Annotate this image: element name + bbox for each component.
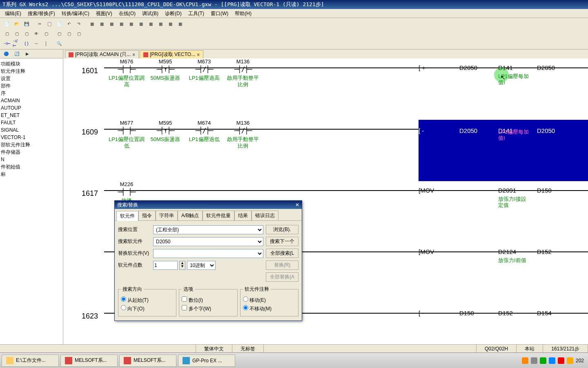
search-all-button[interactable]: 全部搜索(L	[266, 249, 298, 258]
taskbar-button[interactable]: E:\工作文件...	[2, 355, 59, 367]
sidebar-tb-icon[interactable]: ▶	[23, 50, 32, 58]
tb-icon[interactable]: ▢	[65, 29, 74, 38]
tb-contact-icon[interactable]: ⊣⊢	[2, 39, 11, 47]
tree-item[interactable]: 设置	[1, 75, 62, 82]
menu-item[interactable]: 帮助(H)	[232, 9, 255, 18]
tb-redo-icon[interactable]: ↷	[74, 20, 83, 28]
cmt-move[interactable]: 移动(E)	[243, 296, 296, 304]
browse-button[interactable]: 浏览(B).	[266, 225, 298, 234]
dialog-tab[interactable]: 指令	[138, 211, 156, 220]
tb-icon[interactable]: ─	[32, 39, 41, 47]
sidebar-tb-icon[interactable]: 🔵	[2, 50, 11, 58]
dialog-tab[interactable]: 软元件	[116, 211, 138, 221]
tree-item[interactable]: 功能模块	[1, 60, 62, 67]
tb-icon[interactable]: │	[42, 39, 51, 47]
tb-cut-icon[interactable]: ✂	[35, 20, 44, 28]
tb-icon[interactable]: ▢	[2, 29, 11, 38]
tree-item[interactable]: 软元件注释	[1, 67, 62, 75]
tb-coil-icon[interactable]: ( )	[22, 39, 31, 47]
opt-multi[interactable]: 多个字(W)	[182, 305, 234, 312]
tree-item[interactable]: ET_NET	[1, 112, 62, 119]
tree-item[interactable]: ACMAIN	[1, 97, 62, 104]
dialog-tab[interactable]: 字符串	[156, 211, 178, 220]
close-icon[interactable]: ✕	[295, 201, 299, 209]
tb-icon[interactable]: ▦	[107, 20, 116, 28]
editor-tab[interactable]: [PRG]读取 VECTO...×	[140, 50, 203, 58]
dialog-titlebar[interactable]: 搜索/替换 ✕	[115, 201, 302, 209]
dir-from-start[interactable]: 从起始(T)	[121, 296, 174, 304]
tb-icon[interactable]: ▢	[55, 29, 64, 38]
tb-icon[interactable]: ▦	[127, 20, 136, 28]
tb-icon[interactable]: ▦	[156, 20, 165, 28]
radix-select[interactable]: 10进制	[187, 261, 216, 270]
ladder-contact[interactable]: M595─┤↑├─50MS振盪器	[147, 120, 184, 143]
tree-item[interactable]: 件存储器	[1, 148, 62, 156]
dialog-tab[interactable]: 结果	[234, 211, 252, 220]
ladder-output[interactable]: [ -D2050D141D2050LP1偏壓每加值I	[419, 120, 588, 181]
tb-icon[interactable]: ▦	[117, 20, 126, 28]
tb-icon[interactable]: ▢	[22, 29, 31, 38]
tree-item[interactable]: N	[1, 156, 62, 163]
tb-copy-icon[interactable]: 📋	[45, 20, 54, 28]
tb-icon[interactable]: ▢	[12, 29, 21, 38]
opt-digit[interactable]: 数位(I)	[182, 296, 234, 304]
tab-close-icon[interactable]: ×	[132, 52, 135, 58]
tree-item[interactable]: 部件	[1, 82, 62, 90]
sidebar-tb-icon[interactable]: 🔄	[12, 50, 21, 58]
menu-item[interactable]: 视图(V)	[93, 9, 116, 18]
tb-icon[interactable]: ▦	[136, 20, 145, 28]
tb-icon[interactable]: 👁	[32, 29, 41, 38]
search-pos-select[interactable]: (工程全部)	[153, 225, 263, 234]
tb-icon[interactable]: ▢	[42, 29, 51, 38]
taskbar-button[interactable]: GP-Pro EX ...	[178, 355, 235, 367]
tb-icon[interactable]: ▦	[166, 20, 175, 28]
tb-zoom-icon[interactable]: 🔍	[55, 39, 64, 47]
search-device-select[interactable]: D2050	[153, 237, 263, 246]
menu-item[interactable]: 在线(O)	[116, 9, 139, 18]
points-input[interactable]	[153, 261, 178, 270]
replace-button[interactable]: 替换(R)	[266, 260, 298, 270]
tb-undo-icon[interactable]: ↶	[65, 20, 74, 28]
tb-icon[interactable]: ▦	[146, 20, 155, 28]
tb-save-icon[interactable]: 💾	[22, 20, 31, 28]
tray-icon[interactable]	[540, 357, 546, 364]
menu-item[interactable]: 调试(B)	[139, 9, 162, 18]
dialog-tab[interactable]: A/B触点	[178, 211, 203, 220]
search-next-button[interactable]: 搜索下一个	[266, 237, 298, 246]
ladder-contact[interactable]: M676─┤ ├─LP1偏壓位置調高	[108, 58, 145, 88]
tb-paste-icon[interactable]: 📄	[55, 20, 64, 28]
tb-new-icon[interactable]: 📄	[2, 20, 11, 28]
tree-item[interactable]: 部软元件注释	[1, 141, 62, 148]
dialog-tab[interactable]: 错误日志	[252, 211, 278, 220]
taskbar-button[interactable]: MELSOFT系...	[60, 355, 118, 367]
tray-icon[interactable]	[549, 357, 555, 364]
tray-icon[interactable]	[558, 357, 564, 364]
ladder-contact[interactable]: M136─┤/├─啟用手動整平比例	[225, 120, 261, 149]
menu-item[interactable]: 窗口(W)	[207, 9, 232, 18]
tree-item[interactable]: 标	[1, 171, 62, 178]
menu-item[interactable]: 诊断(D)	[162, 9, 185, 18]
tree-item[interactable]: AUTOUP	[1, 104, 62, 112]
replace-device-select[interactable]	[153, 249, 263, 258]
taskbar-button[interactable]: MELSOFT系...	[119, 355, 176, 367]
tb-contact-icon[interactable]: ⊣/⊢	[12, 39, 21, 47]
tb-icon[interactable]: ▦	[176, 20, 185, 28]
cmt-nomove[interactable]: 不移动(M)	[243, 305, 296, 312]
tree-item[interactable]: 件初始值	[1, 163, 62, 171]
tray-icon[interactable]	[531, 357, 537, 364]
ladder-contact[interactable]: M136─┤/├─啟用手動整平比例	[225, 58, 261, 88]
menu-item[interactable]: 编辑(E)	[2, 9, 24, 18]
dir-down[interactable]: 向下(O)	[121, 305, 174, 312]
menu-item[interactable]: 搜索/替换(F)	[24, 9, 58, 18]
tab-close-icon[interactable]: ×	[197, 52, 200, 58]
tree-item[interactable]: 序	[1, 90, 62, 97]
tb-icon[interactable]: ▢	[74, 29, 83, 38]
tree-item[interactable]: SIGNAL	[1, 126, 62, 134]
tray-icon[interactable]	[522, 357, 528, 364]
replace-all-button[interactable]: 全部替换(A	[266, 272, 298, 282]
tb-open-icon[interactable]: 📂	[12, 20, 21, 28]
tb-icon[interactable]: ▦	[97, 20, 106, 28]
tray-icon[interactable]	[567, 357, 573, 364]
tb-icon[interactable]: ▦	[87, 20, 96, 28]
ladder-contact[interactable]: M674─┤/├─LP1偏壓過低	[186, 120, 223, 143]
